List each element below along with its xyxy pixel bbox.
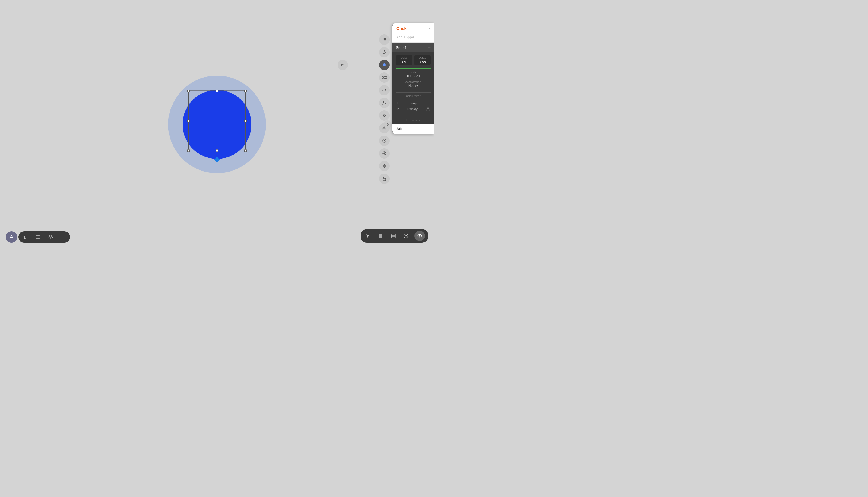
add-tool-button[interactable] xyxy=(59,233,67,241)
loop-row: ⟵ Loop ⟶ xyxy=(396,101,430,105)
durat-block[interactable]: Durat. 0.5s xyxy=(414,55,431,65)
delay-value: 0s xyxy=(398,60,411,64)
trigger-label[interactable]: Click xyxy=(396,26,407,31)
canvas-area xyxy=(0,0,434,248)
delay-title: Delay xyxy=(398,56,411,59)
sphere-icon-button[interactable] xyxy=(379,136,389,146)
svg-point-13 xyxy=(419,235,421,237)
delay-durat-row: Delay 0s Durat. 0.5s xyxy=(396,55,430,65)
svg-point-14 xyxy=(383,38,383,39)
handle-bl[interactable] xyxy=(188,150,190,152)
layout-tool-button[interactable] xyxy=(389,232,397,240)
durat-title: Durat. xyxy=(416,56,429,59)
loop-label[interactable]: Loop xyxy=(410,101,416,105)
svg-point-22 xyxy=(385,41,386,41)
svg-point-26 xyxy=(384,140,385,141)
trigger-chevron[interactable]: ▾ xyxy=(428,26,430,30)
scale-title: Scale xyxy=(396,71,430,74)
display-row: ↩ Display xyxy=(396,106,430,111)
display-label[interactable]: Display xyxy=(407,107,418,111)
handle-br[interactable] xyxy=(244,150,247,152)
ratio-button[interactable]: 1:1 xyxy=(338,60,348,70)
tool-group: T xyxy=(18,231,70,243)
preview-row: Preview ▾ xyxy=(392,116,434,124)
selection-rect[interactable] xyxy=(188,90,246,151)
svg-rect-30 xyxy=(383,179,386,181)
accel-title: Acceleration xyxy=(396,81,430,84)
refresh-icon-button[interactable] xyxy=(379,47,389,57)
preview-label[interactable]: Preview xyxy=(407,118,418,122)
step-header: Step 1 + xyxy=(392,43,434,52)
svg-point-16 xyxy=(385,38,386,39)
design-canvas xyxy=(162,70,271,179)
svg-point-24 xyxy=(383,101,385,103)
svg-point-31 xyxy=(427,107,429,109)
svg-point-19 xyxy=(385,39,386,40)
lock-icon-button[interactable] xyxy=(379,173,389,184)
preview-chevron: ▾ xyxy=(418,119,420,122)
anim-content: Delay 0s Durat. 0.5s Scale 100 › 70 Acce… xyxy=(392,52,434,116)
lightning-icon-button[interactable] xyxy=(379,161,389,171)
svg-point-21 xyxy=(384,41,385,41)
loop-right-arrow: ⟶ xyxy=(425,101,430,105)
svg-point-15 xyxy=(384,38,385,39)
trigger-header: Click ▾ xyxy=(392,23,434,33)
loop-left-arrow: ⟵ xyxy=(396,101,401,105)
svg-point-20 xyxy=(383,41,383,41)
sidebar-icons: 1:1 xyxy=(379,34,389,184)
add-step-button[interactable]: + xyxy=(428,45,430,50)
animation-panel: Click ▾ Add Trigger Step 1 + Delay 0s Du… xyxy=(392,23,434,134)
svg-text:T: T xyxy=(23,235,26,240)
user-icon-button[interactable] xyxy=(379,98,389,108)
handle-tm[interactable] xyxy=(216,90,218,92)
handle-bm[interactable] xyxy=(216,150,218,152)
svg-point-18 xyxy=(384,39,385,40)
svg-point-17 xyxy=(383,39,383,40)
plus-circle-button[interactable] xyxy=(379,148,389,159)
color-dot-button[interactable] xyxy=(379,60,389,70)
text-tool-button[interactable]: T xyxy=(21,233,29,241)
grid-icon-button[interactable] xyxy=(379,34,389,45)
svg-point-23 xyxy=(383,63,386,66)
handle-tl[interactable] xyxy=(188,90,190,92)
svg-rect-7 xyxy=(391,234,395,238)
svg-rect-1 xyxy=(36,236,40,239)
help-button[interactable]: ? xyxy=(402,232,410,240)
display-user-icon xyxy=(426,106,430,111)
durat-value: 0.5s xyxy=(416,60,429,64)
display-back-icon: ↩ xyxy=(396,107,399,111)
code-icon-button[interactable] xyxy=(379,85,389,95)
timeline-bar[interactable] xyxy=(396,68,430,69)
expand-panel-button[interactable] xyxy=(383,120,392,128)
add-trigger-row[interactable]: Add Trigger xyxy=(392,33,434,43)
eye-preview-button[interactable] xyxy=(414,231,425,241)
add-effect-row[interactable]: Add Effect xyxy=(396,92,430,99)
step-label: Step 1 xyxy=(396,45,407,50)
delay-block[interactable]: Delay 0s xyxy=(396,55,412,65)
cursor-icon-button[interactable] xyxy=(379,110,389,120)
handle-mr[interactable] xyxy=(244,119,247,122)
scale-value: 100 › 70 xyxy=(396,74,430,78)
add-button[interactable]: Add xyxy=(392,124,434,134)
frame-tool-button[interactable] xyxy=(34,233,42,241)
infinite-icon-button[interactable] xyxy=(379,72,389,83)
bottom-right-toolbar: ? xyxy=(361,229,428,243)
acceleration-row[interactable]: Acceleration None xyxy=(396,81,430,88)
svg-text:?: ? xyxy=(405,235,407,238)
select-tool-button[interactable] xyxy=(364,232,372,240)
user-avatar[interactable]: A xyxy=(6,231,17,243)
handle-ml[interactable] xyxy=(188,119,190,122)
scale-row[interactable]: Scale 100 › 70 xyxy=(396,71,430,78)
columns-tool-button[interactable] xyxy=(377,232,385,240)
handle-tr[interactable] xyxy=(244,90,247,92)
layers-tool-button[interactable] xyxy=(46,233,55,241)
bottom-toolbar: A T xyxy=(6,231,70,243)
accel-value: None xyxy=(396,84,430,88)
